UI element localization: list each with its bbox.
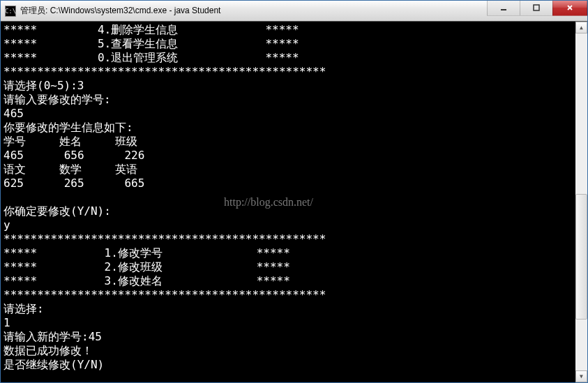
sub-menu-2: 2.修改班级 <box>105 260 163 273</box>
prompt-select: 请选择(0~5): <box>3 79 77 92</box>
row1-id: 465 <box>3 149 24 162</box>
scroll-up-button[interactable]: ▲ <box>575 22 587 33</box>
input-select2: 1 <box>3 316 10 329</box>
deco-stars: ***** <box>265 51 299 64</box>
msg-success: 数据已成功修改！ <box>3 344 93 357</box>
prompt-confirm: 你确定要修改(Y/N): <box>3 204 111 218</box>
prompt-please-select: 请选择: <box>3 302 44 315</box>
cmd-icon: C:\ <box>5 6 16 17</box>
prompt-new-id: 请输入新的学号: <box>3 330 89 343</box>
maximize-button[interactable] <box>520 1 553 16</box>
titlebar[interactable]: C:\ 管理员: C:\Windows\system32\cmd.exe - j… <box>1 1 587 22</box>
scroll-thumb[interactable] <box>575 194 587 320</box>
deco-stars: ***** <box>257 246 290 260</box>
window-controls <box>488 1 587 16</box>
menu-item-4: 4.删除学生信息 <box>98 23 178 36</box>
deco-stars: ***** <box>3 274 37 287</box>
deco-stars: ***** <box>257 260 290 273</box>
terminal-area: ***** 4.删除学生信息 ***** ***** 5.查看学生信息 ****… <box>1 22 587 382</box>
deco-stars: ***** <box>257 274 290 287</box>
col-name: 姓名 <box>59 135 82 148</box>
deco-stars: ***** <box>3 37 37 50</box>
window-title: 管理员: C:\Windows\system32\cmd.exe - java … <box>20 5 488 17</box>
row2-english: 665 <box>124 177 144 190</box>
deco-stars: ***** <box>265 23 299 36</box>
info-header: 你要修改的学生信息如下: <box>3 121 133 134</box>
menu-item-5: 5.查看学生信息 <box>98 37 178 50</box>
deco-line: ****************************************… <box>3 232 326 246</box>
deco-stars: ***** <box>3 260 37 273</box>
deco-stars: ***** <box>265 37 299 50</box>
close-button[interactable] <box>552 1 587 16</box>
terminal-output[interactable]: ***** 4.删除学生信息 ***** ***** 5.查看学生信息 ****… <box>1 22 575 382</box>
prompt-enter-id: 请输入要修改的学号: <box>3 93 111 106</box>
deco-line: ****************************************… <box>3 65 326 78</box>
cmd-window: C:\ 管理员: C:\Windows\system32\cmd.exe - j… <box>0 0 588 383</box>
scroll-down-button[interactable]: ▼ <box>575 370 587 382</box>
vertical-scrollbar[interactable]: ▲ ▼ <box>575 22 587 382</box>
input-confirm: y <box>3 218 10 232</box>
col-class: 班级 <box>115 135 137 148</box>
sub-menu-3: 3.修改姓名 <box>105 274 163 287</box>
col-chinese: 语文 <box>3 163 26 176</box>
deco-stars: ***** <box>3 246 37 260</box>
minimize-button[interactable] <box>487 1 520 16</box>
deco-line: ****************************************… <box>3 288 326 301</box>
input-new-id: 45 <box>89 330 102 343</box>
deco-stars: ***** <box>3 23 37 36</box>
row2-math: 265 <box>64 177 84 190</box>
col-math: 数学 <box>59 163 82 176</box>
col-english: 英语 <box>115 163 137 176</box>
input-id: 465 <box>3 107 24 120</box>
svg-rect-1 <box>534 5 539 10</box>
row2-chinese: 625 <box>3 177 24 190</box>
input-select: 3 <box>77 79 84 92</box>
scroll-track[interactable] <box>575 33 587 370</box>
row1-name: 656 <box>64 149 84 162</box>
prompt-continue: 是否继续修改(Y/N) <box>3 358 104 371</box>
sub-menu-1: 1.修改学号 <box>105 246 163 260</box>
deco-stars: ***** <box>3 51 37 64</box>
menu-item-0: 0.退出管理系统 <box>98 51 178 64</box>
col-id: 学号 <box>3 135 26 148</box>
row1-class: 226 <box>124 149 144 162</box>
